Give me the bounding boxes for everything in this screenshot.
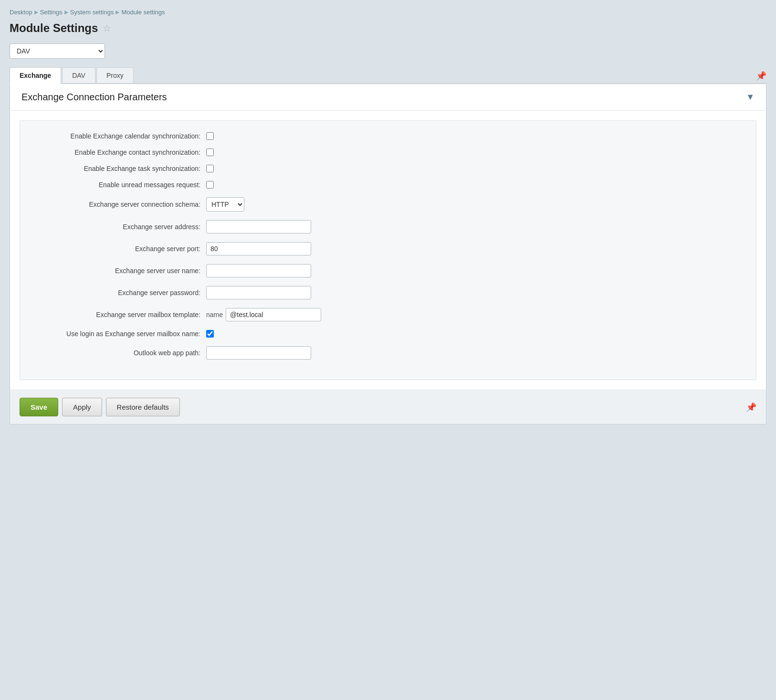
- form-row-outlook-path: Outlook web app path:: [39, 346, 737, 360]
- breadcrumb-arrow-1: ▶: [34, 9, 38, 15]
- label-task-sync: Enable Exchange task synchronization:: [39, 165, 206, 172]
- label-calendar-sync: Enable Exchange calendar synchronization…: [39, 132, 206, 140]
- breadcrumb-arrow-2: ▶: [64, 9, 68, 15]
- input-server-address[interactable]: [206, 220, 311, 233]
- form-row-contact-sync: Enable Exchange contact synchronization:: [39, 148, 737, 156]
- tabs-row: Exchange DAV Proxy 📌: [10, 67, 766, 84]
- restore-defaults-button[interactable]: Restore defaults: [106, 398, 180, 416]
- label-server-address: Exchange server address:: [39, 223, 206, 231]
- breadcrumb-settings[interactable]: Settings: [40, 9, 63, 16]
- save-button[interactable]: Save: [20, 398, 58, 416]
- input-outlook-path[interactable]: [206, 346, 311, 360]
- breadcrumb-arrow-3: ▶: [115, 9, 119, 15]
- breadcrumb-desktop[interactable]: Desktop: [10, 9, 32, 16]
- form-row-server-username: Exchange server user name:: [39, 264, 737, 277]
- input-server-port[interactable]: [206, 242, 311, 255]
- pin-icon-top[interactable]: 📌: [756, 71, 766, 83]
- breadcrumb: Desktop ▶ Settings ▶ System settings ▶ M…: [10, 5, 766, 16]
- tab-exchange[interactable]: Exchange: [10, 67, 61, 84]
- chevron-down-icon[interactable]: ▼: [746, 92, 755, 102]
- form-row-server-address: Exchange server address:: [39, 220, 737, 233]
- module-select[interactable]: DAV Exchange LDAP Mail: [10, 43, 105, 59]
- label-contact-sync: Enable Exchange contact synchronization:: [39, 148, 206, 156]
- mailbox-name-prefix: name: [206, 311, 223, 318]
- form-area: Enable Exchange calendar synchronization…: [20, 120, 756, 380]
- breadcrumb-module-settings[interactable]: Module settings: [121, 9, 165, 16]
- label-outlook-path: Outlook web app path:: [39, 349, 206, 357]
- form-row-server-password: Exchange server password:: [39, 286, 737, 299]
- checkbox-task-sync[interactable]: [206, 165, 214, 172]
- action-bar: Save Apply Restore defaults 📌: [10, 390, 766, 424]
- select-connection-schema[interactable]: HTTP HTTPS: [206, 197, 244, 212]
- form-row-unread-messages: Enable unread messages request:: [39, 181, 737, 189]
- label-server-password: Exchange server password:: [39, 289, 206, 297]
- tab-dav[interactable]: DAV: [62, 67, 95, 83]
- label-mailbox-template: Exchange server mailbox template:: [39, 311, 206, 318]
- input-server-password[interactable]: [206, 286, 311, 299]
- pin-icon-bottom[interactable]: 📌: [746, 402, 756, 413]
- checkbox-contact-sync[interactable]: [206, 148, 214, 156]
- form-row-server-port: Exchange server port:: [39, 242, 737, 255]
- apply-button[interactable]: Apply: [62, 398, 102, 416]
- form-row-use-login: Use login as Exchange server mailbox nam…: [39, 330, 737, 338]
- tab-proxy[interactable]: Proxy: [96, 67, 134, 83]
- favorite-star-icon[interactable]: ☆: [103, 22, 111, 34]
- label-connection-schema: Exchange server connection schema:: [39, 201, 206, 208]
- label-server-port: Exchange server port:: [39, 245, 206, 253]
- form-row-mailbox-template: Exchange server mailbox template: name: [39, 308, 737, 321]
- form-row-calendar-sync: Enable Exchange calendar synchronization…: [39, 132, 737, 140]
- label-use-login: Use login as Exchange server mailbox nam…: [39, 330, 206, 338]
- input-server-username[interactable]: [206, 264, 311, 277]
- section-title: Exchange Connection Parameters: [21, 92, 167, 103]
- page-title: Module Settings: [10, 21, 98, 35]
- form-row-connection-schema: Exchange server connection schema: HTTP …: [39, 197, 737, 212]
- form-row-task-sync: Enable Exchange task synchronization:: [39, 165, 737, 172]
- label-server-username: Exchange server user name:: [39, 267, 206, 275]
- checkbox-calendar-sync[interactable]: [206, 132, 214, 140]
- checkbox-unread-messages[interactable]: [206, 181, 214, 189]
- label-unread-messages: Enable unread messages request:: [39, 181, 206, 189]
- input-mailbox-template[interactable]: [226, 308, 321, 321]
- content-card: Exchange Connection Parameters ▼ Enable …: [10, 84, 766, 424]
- section-header: Exchange Connection Parameters ▼: [10, 84, 766, 111]
- breadcrumb-system-settings[interactable]: System settings: [70, 9, 114, 16]
- checkbox-use-login[interactable]: [206, 330, 214, 338]
